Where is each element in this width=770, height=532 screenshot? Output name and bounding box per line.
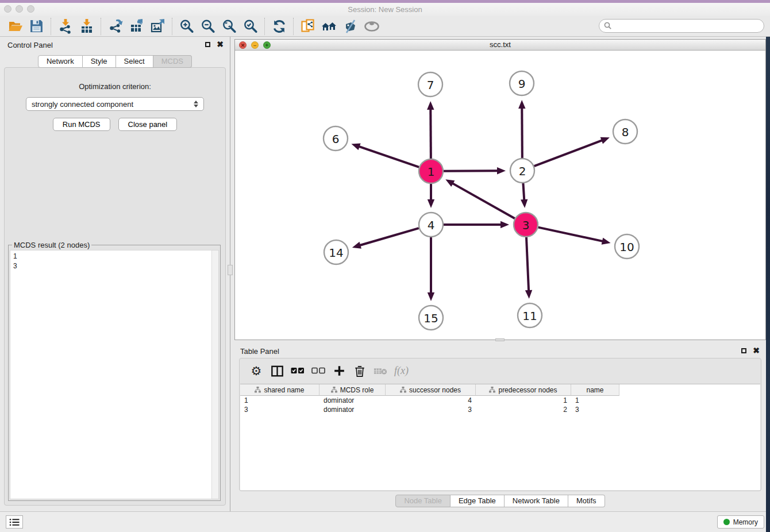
table-cell[interactable]: 2 <box>476 406 571 414</box>
tab-node-table[interactable]: Node Table <box>395 495 451 507</box>
column-header-shared-name[interactable]: shared name <box>240 384 319 396</box>
float-table-panel-icon[interactable] <box>741 348 746 353</box>
graph-node-15[interactable]: 15 <box>419 306 443 330</box>
graph-edge-1-6[interactable] <box>359 147 419 167</box>
show-details-icon[interactable] <box>361 18 382 35</box>
export-image-icon[interactable] <box>147 18 168 35</box>
apply-layout-icon[interactable] <box>268 18 290 35</box>
network-window-titlebar[interactable]: ✕ – + scc.txt <box>235 40 765 51</box>
criterion-dropdown[interactable]: strongly connected component <box>26 97 204 111</box>
graph-node-8[interactable]: 8 <box>613 119 637 144</box>
delete-column-icon[interactable] <box>353 364 367 379</box>
save-session-icon[interactable] <box>26 18 47 35</box>
graph-edge-1-2[interactable] <box>444 171 498 171</box>
graph-node-7[interactable]: 7 <box>418 72 442 97</box>
function-builder-icon[interactable]: f(x) <box>394 364 409 379</box>
tab-motifs[interactable]: Motifs <box>568 495 605 507</box>
close-panel-icon[interactable]: ✖ <box>217 41 224 47</box>
table-cell[interactable]: 3 <box>240 406 319 414</box>
session-title: Session: New Session <box>0 5 770 14</box>
mcds-tab-content: Optimization criterion: strongly connect… <box>4 67 226 506</box>
table-cell[interactable]: 3 <box>386 406 476 414</box>
graph-edge-2-3[interactable] <box>523 183 524 201</box>
table-cell[interactable]: dominator <box>319 406 386 414</box>
column-header-successor-nodes[interactable]: successor nodes <box>386 384 476 396</box>
zoom-fit-icon[interactable] <box>218 18 240 35</box>
tab-style[interactable]: Style <box>83 55 116 68</box>
open-session-icon[interactable] <box>5 18 26 35</box>
network-graph[interactable]: 7968124314101511 <box>235 51 765 340</box>
hide-labels-icon[interactable] <box>340 18 361 35</box>
task-history-button[interactable] <box>6 515 23 529</box>
graph-edge-2-8[interactable] <box>534 140 603 166</box>
graph-edge-2-9[interactable] <box>522 107 522 158</box>
table-cell[interactable]: 3 <box>571 406 619 414</box>
add-column-icon[interactable] <box>332 364 346 379</box>
search-box[interactable] <box>599 19 764 33</box>
clone-network-icon[interactable] <box>297 18 318 35</box>
graph-node-11[interactable]: 11 <box>518 303 542 327</box>
zoom-out-icon[interactable] <box>197 18 218 35</box>
graph-node-label: 7 <box>427 78 434 92</box>
graph-node-10[interactable]: 10 <box>615 234 639 259</box>
import-table-icon[interactable] <box>76 18 97 35</box>
column-layout-icon[interactable] <box>270 364 284 379</box>
search-input[interactable] <box>615 20 764 32</box>
graph-node-1[interactable]: 1 <box>419 159 443 183</box>
table-cell[interactable]: 1 <box>476 396 571 404</box>
select-all-columns-icon[interactable] <box>291 364 305 379</box>
table-cell[interactable]: 4 <box>386 396 476 404</box>
splitter-grip-vertical[interactable] <box>228 265 233 275</box>
graph-node-9[interactable]: 9 <box>510 71 534 95</box>
export-network-icon[interactable] <box>105 18 126 35</box>
column-header-name[interactable]: name <box>571 384 619 396</box>
graph-edge-1-7[interactable] <box>430 109 431 159</box>
graph-edge-3-11[interactable] <box>526 237 529 291</box>
delete-table-icon[interactable] <box>374 364 387 379</box>
float-panel-icon[interactable] <box>205 42 210 47</box>
graph-edge-4-14[interactable] <box>359 228 419 245</box>
table-row[interactable]: 1dominator411 <box>240 396 760 405</box>
tab-select[interactable]: Select <box>116 55 153 68</box>
graph-edge-arrowhead <box>518 100 525 109</box>
network-close-button[interactable]: ✕ <box>239 41 247 49</box>
network-maximize-button[interactable]: + <box>263 41 271 49</box>
table-panel-title: Table Panel <box>240 347 279 356</box>
table-cell[interactable]: dominator <box>319 396 386 404</box>
graph-node-2[interactable]: 2 <box>510 159 534 183</box>
table-panel: Table Panel ✖ ⚙ <box>234 343 766 511</box>
graph-node-6[interactable]: 6 <box>324 126 348 151</box>
mcds-result-area[interactable]: 13 <box>10 250 219 499</box>
close-panel-button[interactable]: Close panel <box>118 118 178 131</box>
deselect-all-columns-icon[interactable] <box>311 364 325 379</box>
tab-edge-table[interactable]: Edge Table <box>451 495 505 507</box>
network-minimize-button[interactable]: – <box>251 41 259 49</box>
graph-edge-3-10[interactable] <box>538 228 603 241</box>
zoom-in-icon[interactable] <box>176 18 197 35</box>
table-row[interactable]: 3dominator323 <box>240 405 760 414</box>
toolbar-separator <box>293 18 294 35</box>
import-network-icon[interactable] <box>55 18 76 35</box>
result-scrollbar[interactable] <box>211 250 218 499</box>
control-panel-title: Control Panel <box>7 41 53 49</box>
graph-edge-3-1[interactable] <box>452 183 515 219</box>
tab-network-table[interactable]: Network Table <box>505 495 568 507</box>
graph-node-14[interactable]: 14 <box>324 240 348 264</box>
table-cell[interactable]: 1 <box>240 396 319 404</box>
table-settings-icon[interactable]: ⚙ <box>249 364 263 379</box>
graph-node-3[interactable]: 3 <box>514 213 538 237</box>
neighbors-icon[interactable] <box>318 18 340 35</box>
export-table-icon[interactable] <box>126 18 147 35</box>
memory-button[interactable]: Memory <box>717 515 764 529</box>
column-header-predecessor-nodes[interactable]: predecessor nodes <box>476 384 571 396</box>
splitter-grip-horizontal[interactable] <box>495 338 505 341</box>
column-header-mcds-role[interactable]: MCDS role <box>319 384 386 396</box>
zoom-selected-icon[interactable] <box>240 18 261 35</box>
close-table-panel-icon[interactable]: ✖ <box>753 348 760 353</box>
table-cell[interactable]: 1 <box>571 396 619 404</box>
memory-status-dot <box>723 519 730 525</box>
run-mcds-button[interactable]: Run MCDS <box>53 118 110 131</box>
graph-node-4[interactable]: 4 <box>419 213 443 237</box>
tab-network[interactable]: Network <box>38 55 83 68</box>
tab-mcds[interactable]: MCDS <box>153 55 192 68</box>
